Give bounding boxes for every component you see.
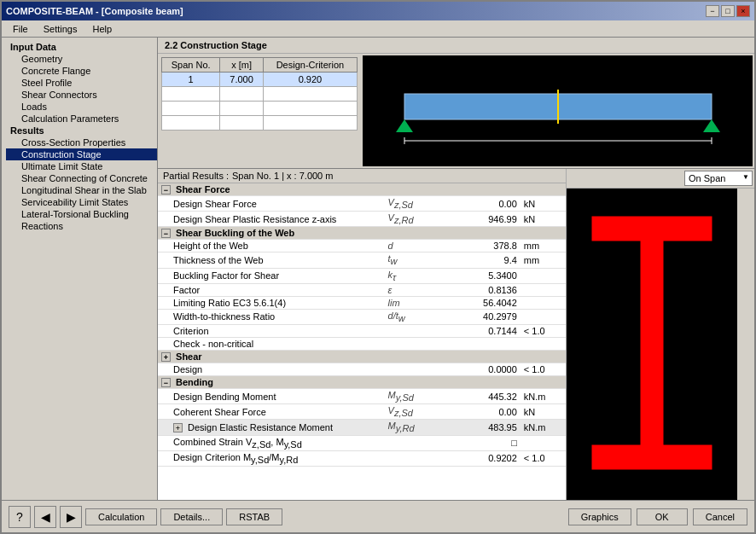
sidebar-item-steel-profile[interactable]: Steel Profile <box>6 77 157 89</box>
group-symbol <box>385 183 448 196</box>
group-unit <box>520 350 566 363</box>
row-shear-design[interactable]: Design 0.0000 < 1.0 <box>158 363 566 375</box>
cell-x: 7.000 <box>220 73 263 87</box>
sidebar-item-reactions[interactable]: Reactions <box>6 220 157 232</box>
close-button[interactable]: × <box>736 5 750 17</box>
sym-empty <box>385 337 448 350</box>
row-combined-strain[interactable]: Combined Strain Vz,Sd, My,Sd □ <box>158 435 566 450</box>
on-span-dropdown[interactable]: On Span <box>684 171 753 186</box>
group-label: − Shear Force <box>158 183 385 196</box>
label-criterion: Criterion <box>158 324 385 337</box>
row-factor[interactable]: Factor ε 0.8136 <box>158 283 566 296</box>
forward-button[interactable]: ▶ <box>60 506 82 528</box>
row-height-web[interactable]: Height of the Web d 378.8 mm <box>158 240 566 252</box>
expand-shear-force[interactable]: − <box>161 185 171 194</box>
sidebar-item-ultimate-limit[interactable]: Ultimate Limit State <box>6 160 157 172</box>
row-width-thickness[interactable]: Width-to-thickness Ratio d/tw 40.2979 <box>158 309 566 324</box>
group-value <box>448 375 520 388</box>
row-coherent-shear[interactable]: Coherent Shear Force Vz,Sd 0.00 kN <box>158 404 566 420</box>
profile-panel: On Span <box>567 169 754 500</box>
val-bending-moment: 445.32 <box>448 388 520 403</box>
row-design-shear-force[interactable]: Design Shear Force Vz,Sd 0.00 kN <box>158 196 566 212</box>
row-thickness-web[interactable]: Thickness of the Web tw 9.4 mm <box>158 252 566 268</box>
group-text: Bending <box>176 377 213 387</box>
results-section: Results Cross-Section Properties Constru… <box>2 125 157 232</box>
footer-left: ? ◀ ▶ Calculation Details... RSTAB <box>9 506 282 528</box>
row-bending-moment[interactable]: Design Bending Moment My,Sd 445.32 kN.m <box>158 388 566 403</box>
val-design-shear-plastic: 946.99 <box>448 212 520 227</box>
sidebar-item-calc-params[interactable]: Calculation Parameters <box>6 113 157 125</box>
sidebar-item-longitudinal-shear[interactable]: Longitudinal Shear in the Slab <box>6 184 157 196</box>
expand-shear-buckling[interactable]: − <box>161 229 171 238</box>
group-symbol <box>385 350 448 363</box>
group-shear[interactable]: + Shear <box>158 350 566 363</box>
label-check-non-critical: Check - non-critical <box>158 337 385 350</box>
on-span-row: On Span <box>567 169 754 189</box>
results-header[interactable]: Results <box>6 125 157 136</box>
group-shear-force[interactable]: − Shear Force <box>158 183 566 196</box>
group-text: Shear <box>176 351 202 362</box>
val-thickness-web: 9.4 <box>448 252 520 268</box>
row-check-non-critical[interactable]: Check - non-critical <box>158 337 566 350</box>
expand-bending[interactable]: − <box>161 378 171 387</box>
col-x: x [m] <box>220 58 263 73</box>
minimize-button[interactable]: − <box>706 5 719 17</box>
cancel-button[interactable]: Cancel <box>693 508 747 525</box>
table-row[interactable] <box>162 116 358 131</box>
group-symbol <box>385 375 448 388</box>
details-button[interactable]: Details... <box>160 508 223 525</box>
val-design-shear-force: 0.00 <box>448 196 520 212</box>
graphics-button[interactable]: Graphics <box>568 508 631 525</box>
expand-shear[interactable]: + <box>161 352 171 362</box>
sidebar-item-loads[interactable]: Loads <box>6 101 157 113</box>
menu-settings[interactable]: Settings <box>37 23 84 35</box>
row-design-criterion[interactable]: Design Criterion My,Sd/My,Rd 0.9202 < 1.… <box>158 450 566 466</box>
unit-knm2: kN.m <box>520 420 566 435</box>
sym-vz-sd2: Vz,Sd <box>385 404 448 420</box>
group-label: − Bending <box>158 375 385 388</box>
label-coherent-shear: Coherent Shear Force <box>158 404 385 420</box>
row-design-shear-plastic[interactable]: Design Shear Plastic Resistance z-axis V… <box>158 212 566 227</box>
table-row[interactable]: 1 7.000 0.920 <box>162 73 358 87</box>
footer: ? ◀ ▶ Calculation Details... RSTAB Graph… <box>2 500 754 532</box>
calculation-button[interactable]: Calculation <box>85 508 157 525</box>
table-row[interactable] <box>162 102 358 116</box>
results-table-container[interactable]: − Shear Force Design Shear Force V <box>158 183 566 500</box>
sidebar-item-construction-stage[interactable]: Construction Stage <box>6 148 157 160</box>
group-value <box>448 350 520 363</box>
group-shear-buckling[interactable]: − Shear Buckling of the Web <box>158 227 566 240</box>
rstab-button[interactable]: RSTAB <box>226 508 282 525</box>
group-unit <box>520 375 566 388</box>
unit-empty4 <box>520 309 566 324</box>
label-height-web: Height of the Web <box>158 240 385 252</box>
sidebar-item-geometry[interactable]: Geometry <box>6 53 157 65</box>
table-row[interactable] <box>162 87 358 102</box>
label-elastic-resistance: + Design Elastic Resistance Moment <box>158 420 385 435</box>
back-button[interactable]: ◀ <box>34 506 56 528</box>
sidebar-item-shear-connectors[interactable]: Shear Connectors <box>6 89 157 101</box>
maximize-button[interactable]: □ <box>721 5 735 17</box>
expand-elastic[interactable]: + <box>173 423 183 432</box>
sidebar-item-shear-connecting[interactable]: Shear Connecting of Concrete <box>6 172 157 184</box>
val-combined: □ <box>448 435 520 450</box>
row-elastic-resistance[interactable]: + Design Elastic Resistance Moment My,Rd… <box>158 420 566 435</box>
row-buckling-factor[interactable]: Buckling Factor for Shear kτ 5.3400 <box>158 268 566 283</box>
unit-empty3 <box>520 296 566 309</box>
input-data-header[interactable]: Input Data <box>6 41 157 53</box>
partial-results-label: Partial Results : <box>163 171 229 181</box>
unit-empty2 <box>520 283 566 296</box>
group-bending[interactable]: − Bending <box>158 375 566 388</box>
col-criterion: Design-Criterion <box>263 58 357 73</box>
menu-file[interactable]: File <box>6 23 35 35</box>
sidebar-item-lateral-torsional[interactable]: Lateral-Torsional Buckling <box>6 208 157 220</box>
sym-vz-rd: Vz,Rd <box>385 212 448 227</box>
sidebar-item-cross-section[interactable]: Cross-Section Properties <box>6 136 157 148</box>
top-content: Span No. x [m] Design-Criterion 1 7.000 … <box>158 54 754 168</box>
menu-help[interactable]: Help <box>85 23 119 35</box>
sidebar-item-serviceability[interactable]: Serviceability Limit States <box>6 196 157 208</box>
row-criterion[interactable]: Criterion 0.7144 < 1.0 <box>158 324 566 337</box>
sidebar-item-concrete-flange[interactable]: Concrete Flange <box>6 65 157 77</box>
row-limiting-ratio[interactable]: Limiting Ratio EC3 5.6.1(4) lim 56.4042 <box>158 296 566 309</box>
help-button[interactable]: ? <box>9 506 31 528</box>
ok-button[interactable]: OK <box>637 508 688 525</box>
